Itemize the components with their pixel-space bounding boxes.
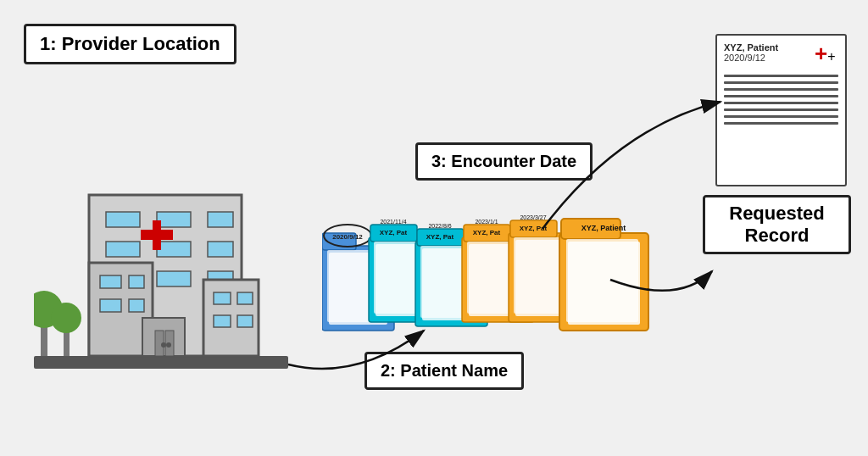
svg-text:2022/8/6: 2022/8/6: [428, 223, 451, 229]
svg-rect-22: [237, 292, 253, 304]
svg-rect-6: [106, 212, 140, 227]
svg-rect-16: [100, 275, 121, 288]
svg-point-4: [51, 303, 81, 333]
svg-point-28: [161, 342, 166, 348]
document-card: XYZ, Patient 2020/9/12 +: [715, 34, 847, 186]
doc-line: [724, 122, 838, 125]
doc-line: [724, 95, 838, 97]
doc-line: [724, 108, 838, 111]
svg-rect-65: [566, 239, 638, 322]
svg-rect-8: [208, 212, 233, 227]
svg-text:XYZ, Pat: XYZ, Pat: [473, 229, 501, 236]
doc-line: [724, 75, 838, 77]
svg-rect-11: [208, 242, 233, 257]
doc-date: 2020/9/12: [724, 53, 778, 63]
svg-rect-21: [214, 292, 231, 304]
svg-text:2020/9/12: 2020/9/12: [332, 233, 363, 241]
svg-rect-31: [141, 230, 173, 240]
hospital-illustration: [34, 93, 288, 381]
svg-text:XYZ, Pat: XYZ, Pat: [426, 233, 454, 241]
doc-line: [724, 102, 838, 104]
folders-illustration: 2020/9/12 XYZ, Pat 2021/11/4 XYZ, Pat 20…: [322, 195, 678, 381]
svg-rect-24: [237, 315, 253, 327]
svg-rect-0: [34, 356, 288, 369]
svg-rect-23: [214, 315, 231, 327]
doc-line: [724, 88, 838, 91]
svg-rect-17: [129, 275, 144, 288]
requested-record-label: Requested Record: [703, 195, 851, 254]
doc-patient-name: XYZ, Patient: [724, 42, 778, 53]
svg-rect-19: [129, 299, 144, 312]
svg-point-29: [166, 342, 171, 348]
doc-lines: [724, 75, 838, 125]
svg-rect-18: [100, 299, 121, 312]
doc-line: [724, 115, 838, 118]
doc-line: [724, 81, 838, 84]
encounter-date-label: 3: Encounter Date: [415, 142, 593, 181]
svg-rect-9: [106, 242, 140, 257]
provider-location-label: 1: Provider Location: [24, 24, 236, 64]
svg-rect-13: [157, 271, 191, 286]
svg-text:2023/1/1: 2023/1/1: [475, 219, 498, 225]
red-cross-icon: +: [815, 42, 838, 66]
svg-text:2021/11/4: 2021/11/4: [380, 219, 406, 225]
svg-text:XYZ, Patient: XYZ, Patient: [581, 224, 626, 232]
svg-text:2023/3/27: 2023/3/27: [520, 214, 546, 220]
svg-rect-7: [157, 212, 191, 227]
svg-text:XYZ, Pat: XYZ, Pat: [380, 229, 408, 236]
svg-rect-10: [157, 242, 191, 257]
svg-text:XYZ, Pat: XYZ, Pat: [520, 225, 548, 232]
